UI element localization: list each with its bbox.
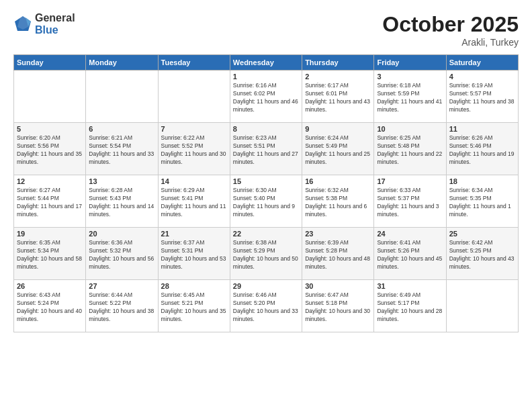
header-wednesday: Wednesday (230, 55, 302, 71)
table-row: 3 Sunrise: 6:18 AMSunset: 5:59 PMDayligh… (374, 71, 446, 123)
table-row: 26 Sunrise: 6:43 AMSunset: 5:24 PMDaylig… (14, 280, 86, 332)
location-title: Arakli, Turkey (382, 37, 519, 48)
table-row: 19 Sunrise: 6:35 AMSunset: 5:34 PMDaylig… (14, 228, 86, 280)
logo-blue-text: Blue (35, 24, 75, 36)
day-number: 7 (161, 125, 227, 133)
table-row: 24 Sunrise: 6:41 AMSunset: 5:26 PMDaylig… (374, 228, 446, 280)
day-info: Sunrise: 6:23 AMSunset: 5:51 PMDaylight:… (233, 134, 298, 165)
table-row: 5 Sunrise: 6:20 AMSunset: 5:56 PMDayligh… (14, 123, 86, 175)
day-number: 12 (17, 177, 83, 185)
table-row: 12 Sunrise: 6:27 AMSunset: 5:44 PMDaylig… (14, 175, 86, 228)
table-row: 23 Sunrise: 6:39 AMSunset: 5:28 PMDaylig… (302, 228, 374, 280)
header-friday: Friday (374, 55, 446, 71)
day-info: Sunrise: 6:20 AMSunset: 5:56 PMDaylight:… (17, 134, 82, 165)
header-saturday: Saturday (446, 55, 518, 71)
day-info: Sunrise: 6:49 AMSunset: 5:17 PMDaylight:… (377, 291, 442, 322)
day-info: Sunrise: 6:26 AMSunset: 5:46 PMDaylight:… (449, 134, 515, 165)
weekday-header-row: Sunday Monday Tuesday Wednesday Thursday… (14, 55, 519, 71)
day-info: Sunrise: 6:24 AMSunset: 5:49 PMDaylight:… (305, 134, 370, 165)
table-row: 11 Sunrise: 6:26 AMSunset: 5:46 PMDaylig… (446, 123, 518, 175)
day-number: 23 (305, 230, 371, 238)
day-number: 15 (233, 177, 299, 185)
day-number: 22 (233, 230, 299, 238)
table-row (158, 71, 230, 123)
table-row (14, 71, 86, 123)
svg-marker-2 (17, 16, 28, 30)
day-info: Sunrise: 6:43 AMSunset: 5:24 PMDaylight:… (17, 291, 82, 322)
day-info: Sunrise: 6:22 AMSunset: 5:52 PMDaylight:… (161, 134, 226, 165)
table-row: 27 Sunrise: 6:44 AMSunset: 5:22 PMDaylig… (86, 280, 158, 332)
day-info: Sunrise: 6:36 AMSunset: 5:32 PMDaylight:… (89, 239, 154, 270)
day-number: 9 (305, 125, 371, 133)
day-info: Sunrise: 6:30 AMSunset: 5:40 PMDaylight:… (233, 187, 295, 218)
table-row: 2 Sunrise: 6:17 AMSunset: 6:01 PMDayligh… (302, 71, 374, 123)
table-row (446, 280, 518, 332)
day-number: 8 (233, 125, 299, 133)
month-title: October 2025 (382, 12, 519, 37)
day-number: 21 (161, 230, 227, 238)
day-info: Sunrise: 6:32 AMSunset: 5:38 PMDaylight:… (305, 187, 367, 218)
logo: General Blue (13, 12, 75, 36)
day-number: 31 (377, 282, 443, 290)
day-number: 19 (17, 230, 83, 238)
day-info: Sunrise: 6:28 AMSunset: 5:43 PMDaylight:… (89, 187, 154, 218)
table-row: 13 Sunrise: 6:28 AMSunset: 5:43 PMDaylig… (86, 175, 158, 228)
calendar-week-row: 12 Sunrise: 6:27 AMSunset: 5:44 PMDaylig… (14, 175, 519, 228)
calendar-page: General Blue October 2025 Arakli, Turkey… (0, 0, 532, 411)
table-row: 25 Sunrise: 6:42 AMSunset: 5:25 PMDaylig… (446, 228, 518, 280)
day-number: 2 (305, 73, 371, 81)
logo-icon (13, 15, 32, 34)
table-row: 9 Sunrise: 6:24 AMSunset: 5:49 PMDayligh… (302, 123, 374, 175)
day-info: Sunrise: 6:19 AMSunset: 5:57 PMDaylight:… (449, 82, 515, 113)
day-number: 11 (449, 125, 515, 133)
day-info: Sunrise: 6:25 AMSunset: 5:48 PMDaylight:… (377, 134, 442, 165)
day-info: Sunrise: 6:41 AMSunset: 5:26 PMDaylight:… (377, 239, 442, 270)
table-row: 20 Sunrise: 6:36 AMSunset: 5:32 PMDaylig… (86, 228, 158, 280)
title-block: October 2025 Arakli, Turkey (382, 12, 519, 48)
logo-text: General Blue (35, 12, 75, 36)
table-row: 16 Sunrise: 6:32 AMSunset: 5:38 PMDaylig… (302, 175, 374, 228)
header: General Blue October 2025 Arakli, Turkey (13, 12, 519, 48)
day-info: Sunrise: 6:39 AMSunset: 5:28 PMDaylight:… (305, 239, 370, 270)
day-number: 6 (89, 125, 154, 133)
logo-general-text: General (35, 12, 75, 24)
day-info: Sunrise: 6:18 AMSunset: 5:59 PMDaylight:… (377, 82, 442, 113)
table-row: 21 Sunrise: 6:37 AMSunset: 5:31 PMDaylig… (158, 228, 230, 280)
day-number: 3 (377, 73, 443, 81)
day-info: Sunrise: 6:29 AMSunset: 5:41 PMDaylight:… (161, 187, 226, 218)
table-row: 10 Sunrise: 6:25 AMSunset: 5:48 PMDaylig… (374, 123, 446, 175)
day-number: 16 (305, 177, 371, 185)
header-monday: Monday (86, 55, 158, 71)
table-row: 28 Sunrise: 6:45 AMSunset: 5:21 PMDaylig… (158, 280, 230, 332)
table-row: 30 Sunrise: 6:47 AMSunset: 5:18 PMDaylig… (302, 280, 374, 332)
day-info: Sunrise: 6:17 AMSunset: 6:01 PMDaylight:… (305, 82, 370, 113)
table-row: 4 Sunrise: 6:19 AMSunset: 5:57 PMDayligh… (446, 71, 518, 123)
day-number: 26 (17, 282, 83, 290)
calendar-week-row: 19 Sunrise: 6:35 AMSunset: 5:34 PMDaylig… (14, 228, 519, 280)
day-info: Sunrise: 6:46 AMSunset: 5:20 PMDaylight:… (233, 291, 298, 322)
day-info: Sunrise: 6:47 AMSunset: 5:18 PMDaylight:… (305, 291, 370, 322)
day-info: Sunrise: 6:35 AMSunset: 5:34 PMDaylight:… (17, 239, 82, 270)
day-info: Sunrise: 6:16 AMSunset: 6:02 PMDaylight:… (233, 82, 298, 113)
table-row: 31 Sunrise: 6:49 AMSunset: 5:17 PMDaylig… (374, 280, 446, 332)
calendar-week-row: 5 Sunrise: 6:20 AMSunset: 5:56 PMDayligh… (14, 123, 519, 175)
header-sunday: Sunday (14, 55, 86, 71)
day-number: 20 (89, 230, 154, 238)
day-number: 27 (89, 282, 154, 290)
day-info: Sunrise: 6:37 AMSunset: 5:31 PMDaylight:… (161, 239, 226, 270)
day-number: 13 (89, 177, 154, 185)
day-number: 10 (377, 125, 443, 133)
day-number: 18 (449, 177, 515, 185)
day-info: Sunrise: 6:44 AMSunset: 5:22 PMDaylight:… (89, 291, 154, 322)
day-info: Sunrise: 6:34 AMSunset: 5:35 PMDaylight:… (449, 187, 511, 218)
day-number: 5 (17, 125, 83, 133)
calendar-week-row: 1 Sunrise: 6:16 AMSunset: 6:02 PMDayligh… (14, 71, 519, 123)
table-row: 7 Sunrise: 6:22 AMSunset: 5:52 PMDayligh… (158, 123, 230, 175)
table-row: 18 Sunrise: 6:34 AMSunset: 5:35 PMDaylig… (446, 175, 518, 228)
table-row (86, 71, 158, 123)
day-number: 25 (449, 230, 515, 238)
header-tuesday: Tuesday (158, 55, 230, 71)
day-number: 1 (233, 73, 299, 81)
day-info: Sunrise: 6:33 AMSunset: 5:37 PMDaylight:… (377, 187, 439, 218)
day-number: 4 (449, 73, 515, 81)
